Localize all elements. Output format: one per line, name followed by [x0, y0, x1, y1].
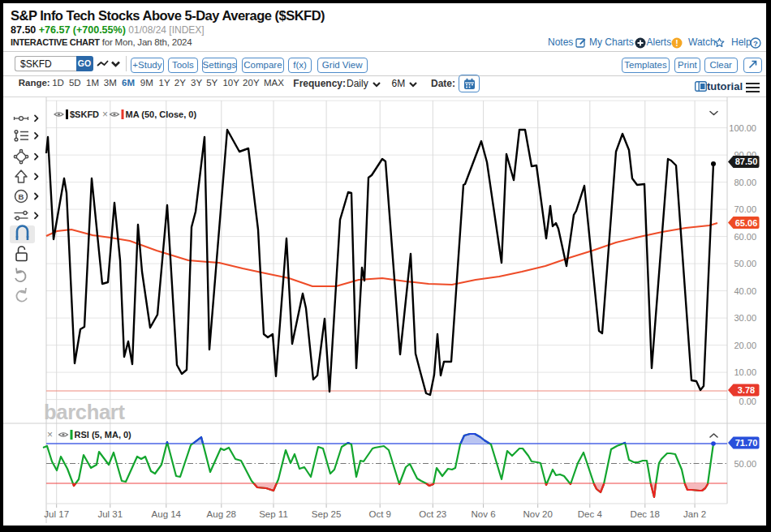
- svg-text:80.00: 80.00: [734, 178, 756, 187]
- svg-text:Jul 17: Jul 17: [44, 509, 69, 519]
- svg-text:RSI (5, MA, 0): RSI (5, MA, 0): [75, 430, 132, 440]
- svg-text:×: ×: [102, 109, 108, 120]
- svg-text:Aug 14: Aug 14: [152, 509, 182, 519]
- svg-text:50.00: 50.00: [734, 259, 756, 268]
- svg-text:Sep 25: Sep 25: [312, 509, 341, 519]
- svg-text:60.00: 60.00: [734, 232, 756, 242]
- svg-text:Sep 11: Sep 11: [259, 509, 288, 519]
- svg-text:10.00: 10.00: [734, 367, 756, 377]
- svg-text:Oct 9: Oct 9: [368, 509, 390, 519]
- svg-text:Aug 28: Aug 28: [207, 509, 236, 519]
- svg-text:100.00: 100.00: [729, 123, 756, 133]
- svg-text:×: ×: [47, 429, 53, 440]
- svg-text:70.00: 70.00: [734, 204, 756, 214]
- svg-text:30.00: 30.00: [734, 313, 756, 323]
- svg-text:Dec 4: Dec 4: [578, 509, 603, 519]
- svg-text:B: B: [19, 192, 24, 201]
- svg-text:$SKFD: $SKFD: [70, 109, 99, 119]
- svg-text:87.50: 87.50: [735, 157, 758, 166]
- svg-text:65.06: 65.06: [735, 218, 758, 228]
- svg-text:Nov 6: Nov 6: [472, 509, 496, 519]
- svg-text:Nov 20: Nov 20: [523, 509, 552, 519]
- svg-text:20.00: 20.00: [734, 341, 756, 350]
- svg-text:50.00: 50.00: [734, 459, 756, 469]
- svg-text:40.00: 40.00: [734, 286, 756, 296]
- svg-text:Jan 2: Jan 2: [683, 509, 706, 519]
- svg-text:0.00: 0.00: [739, 397, 756, 406]
- svg-text:Oct 23: Oct 23: [419, 509, 446, 519]
- svg-text:Jul 31: Jul 31: [97, 509, 123, 519]
- svg-text:MA (50, Close, 0): MA (50, Close, 0): [126, 109, 197, 119]
- svg-text:barchart: barchart: [44, 401, 125, 423]
- svg-text:3.78: 3.78: [738, 385, 755, 395]
- svg-text:71.70: 71.70: [735, 438, 758, 448]
- svg-text:Dec 18: Dec 18: [631, 509, 660, 519]
